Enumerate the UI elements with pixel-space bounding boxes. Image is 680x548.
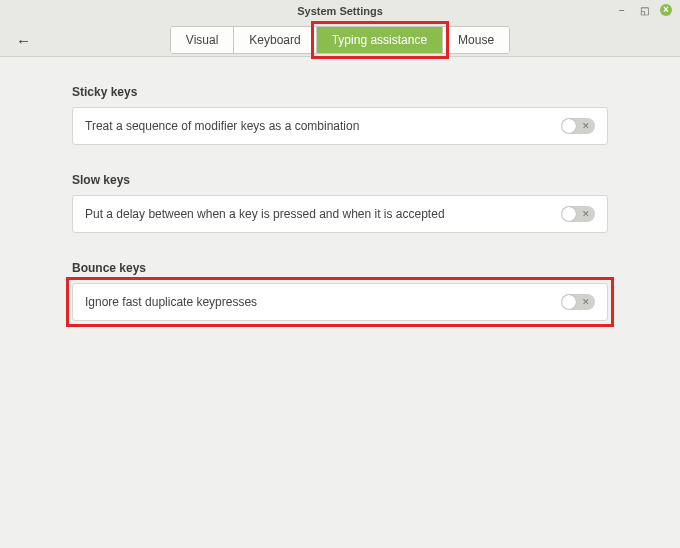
back-button[interactable]: ← bbox=[16, 31, 31, 48]
window-controls: − ◱ × bbox=[616, 4, 672, 16]
label-bounce: Ignore fast duplicate keypresses bbox=[85, 295, 257, 309]
tab-visual[interactable]: Visual bbox=[171, 27, 234, 53]
label-slow: Put a delay between when a key is presse… bbox=[85, 207, 445, 221]
close-icon[interactable]: × bbox=[660, 4, 672, 16]
tab-mouse[interactable]: Mouse bbox=[443, 27, 509, 53]
heading-slow: Slow keys bbox=[72, 173, 608, 187]
header-bar: System Settings − ◱ × ← Visual Keyboard … bbox=[0, 0, 680, 57]
minimize-icon[interactable]: − bbox=[616, 4, 628, 16]
toolbar: ← Visual Keyboard Typing assistance Mous… bbox=[0, 22, 680, 57]
window-title: System Settings bbox=[297, 5, 383, 17]
content-area: Sticky keys Treat a sequence of modifier… bbox=[0, 57, 680, 321]
titlebar: System Settings − ◱ × bbox=[0, 0, 680, 22]
tab-bar: Visual Keyboard Typing assistance Mouse bbox=[170, 26, 510, 54]
tab-typing-assistance[interactable]: Typing assistance bbox=[317, 27, 443, 53]
toggle-sticky[interactable]: ✕ bbox=[561, 118, 595, 134]
row-bounce: Ignore fast duplicate keypresses ✕ bbox=[72, 283, 608, 321]
row-slow: Put a delay between when a key is presse… bbox=[72, 195, 608, 233]
heading-bounce: Bounce keys bbox=[72, 261, 608, 275]
back-icon: ← bbox=[16, 31, 31, 48]
row-sticky: Treat a sequence of modifier keys as a c… bbox=[72, 107, 608, 145]
heading-sticky: Sticky keys bbox=[72, 85, 608, 99]
toggle-knob bbox=[562, 207, 576, 221]
toggle-off-icon: ✕ bbox=[582, 209, 590, 219]
toggle-knob bbox=[562, 295, 576, 309]
toggle-bounce[interactable]: ✕ bbox=[561, 294, 595, 310]
tab-keyboard[interactable]: Keyboard bbox=[234, 27, 316, 53]
toggle-knob bbox=[562, 119, 576, 133]
toggle-off-icon: ✕ bbox=[582, 297, 590, 307]
toggle-off-icon: ✕ bbox=[582, 121, 590, 131]
label-sticky: Treat a sequence of modifier keys as a c… bbox=[85, 119, 359, 133]
maximize-icon[interactable]: ◱ bbox=[638, 4, 650, 16]
section-slow: Slow keys Put a delay between when a key… bbox=[72, 173, 608, 233]
section-sticky: Sticky keys Treat a sequence of modifier… bbox=[72, 85, 608, 145]
section-bounce: Bounce keys Ignore fast duplicate keypre… bbox=[72, 261, 608, 321]
toggle-slow[interactable]: ✕ bbox=[561, 206, 595, 222]
